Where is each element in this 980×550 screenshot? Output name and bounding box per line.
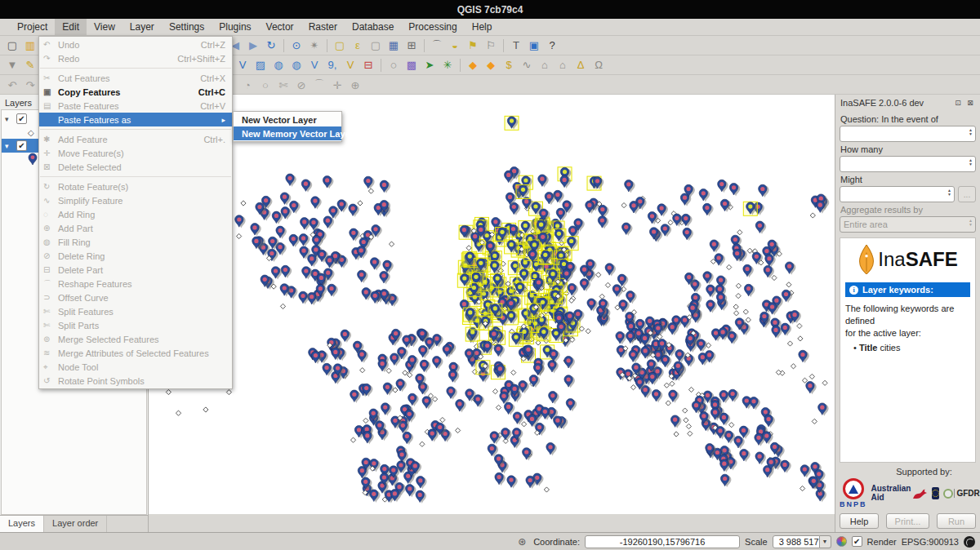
panel-tab-layers[interactable]: Layers (0, 516, 44, 532)
add-wms-layer-icon[interactable]: ◍ (288, 57, 305, 73)
edit-menu-item-add-part[interactable]: ⊕Add Part (39, 221, 232, 235)
edit-menu-item-delete-selected[interactable]: ⊠Delete Selected (39, 160, 232, 174)
ruler-icon[interactable]: Ω (590, 57, 607, 73)
layer-visibility-checkbox[interactable]: ✔ (16, 113, 27, 124)
new-project-icon[interactable]: ▢ (4, 38, 20, 54)
edit-menu-item-split-parts[interactable]: ✄Split Parts (39, 318, 232, 332)
map-tips-icon[interactable]: ◒ (447, 38, 463, 54)
menubar-item-project[interactable]: Project (10, 19, 55, 35)
menubar-item-vector[interactable]: Vector (259, 19, 301, 35)
crs-status-icon[interactable] (964, 536, 975, 548)
edit-menu-item-delete-part[interactable]: ⊟Delete Part (39, 263, 232, 277)
search-icon[interactable]: ◌ (385, 57, 402, 73)
menubar-item-settings[interactable]: Settings (162, 19, 212, 35)
undo-alt-icon[interactable]: ↶ (4, 77, 20, 93)
edit-menu-item-delete-ring[interactable]: ⊘Delete Ring (39, 249, 232, 263)
menubar-item-edit[interactable]: Edit (55, 19, 87, 35)
edit-menu-item-node-tool[interactable]: ⌖Node Tool (39, 360, 232, 374)
menubar-item-help[interactable]: Help (465, 19, 500, 35)
layer-visibility-checkbox[interactable]: ✔ (16, 140, 27, 151)
submenu-item-new-vector-layer[interactable]: New Vector Layer (234, 113, 341, 126)
epsg-status[interactable]: EPSG:900913 (902, 537, 959, 547)
bell-icon[interactable]: Δ (572, 57, 589, 73)
spring-icon[interactable]: ∿ (519, 57, 535, 73)
coordinate-input[interactable] (585, 535, 740, 548)
function-options-button[interactable]: ... (958, 186, 976, 202)
submenu-item-new-memory-vector-layer[interactable]: New Memory Vector Layer (234, 126, 341, 140)
identify-icon[interactable]: ⊙ (288, 38, 305, 54)
zoom-next-icon[interactable]: ▶ (245, 38, 261, 54)
edit-menu-item-copy-features[interactable]: ▣Copy FeaturesCtrl+C (39, 85, 232, 99)
render-checkbox[interactable]: ✔ (852, 536, 862, 547)
edit-menu-item-move-feature-s[interactable]: ✛Move Feature(s) (39, 146, 232, 160)
select-by-expression-icon[interactable]: ε (350, 38, 366, 54)
edit-menu-item-undo[interactable]: ↶UndoCtrl+Z (39, 38, 232, 51)
panel-tab-layer-order[interactable]: Layer order (44, 516, 107, 532)
edit-menu-item-offset-curve[interactable]: ⊃Offset Curve (39, 291, 232, 304)
select-features-icon[interactable]: ▢ (332, 38, 348, 54)
add-vector-layer-icon[interactable]: V (234, 57, 251, 73)
menubar-item-processing[interactable]: Processing (401, 19, 464, 35)
run-feature-action-icon[interactable]: ✴ (306, 38, 323, 54)
crosshair-tool-icon[interactable]: ✛ (329, 77, 345, 93)
split-tool-icon[interactable]: ✄ (275, 77, 292, 93)
current-edits-icon[interactable]: ▼ (4, 57, 20, 73)
inasafe-keywords-icon[interactable]: ◆ (483, 57, 499, 73)
style-manager-icon[interactable]: ▩ (403, 57, 420, 73)
attribute-table-icon[interactable]: ▦ (385, 38, 402, 54)
function-select[interactable]: ▲▼ (840, 186, 955, 202)
open-project-icon[interactable]: ▥ (22, 38, 38, 54)
remove-layer-icon[interactable]: ⊟ (360, 57, 376, 73)
new-bookmark-icon[interactable]: ⚑ (465, 38, 481, 54)
extents-icon[interactable]: ⊛ (515, 535, 528, 548)
circle-tool-icon[interactable]: ○ (257, 77, 274, 93)
edit-menu-item-fill-ring[interactable]: ◍Fill Ring (39, 235, 232, 249)
edit-menu-item-rotate-point-symbols[interactable]: ↺Rotate Point Symbols (39, 374, 232, 388)
arc-tool-icon[interactable]: ⌒ (311, 77, 327, 93)
bank-icon[interactable]: ⌂ (555, 57, 571, 73)
dock-close-icon[interactable]: ⊠ (965, 98, 975, 108)
edit-menu-item-merge-attributes-of-selected-features[interactable]: ≋Merge Attributes of Selected Features (39, 346, 232, 360)
plugin-manager-icon[interactable]: ✳ (439, 57, 456, 73)
menubar-item-layer[interactable]: Layer (122, 19, 162, 35)
refresh-icon[interactable]: ↻ (263, 38, 279, 54)
building-icon[interactable]: ⌂ (537, 57, 553, 73)
edit-menu-item-rotate-feature-s[interactable]: ↻Rotate Feature(s) (39, 180, 232, 193)
edit-menu-item-reshape-features[interactable]: ⌒Reshape Features (39, 277, 232, 291)
add-postgis-layer-icon[interactable]: ◍ (270, 57, 287, 73)
edit-menu-item-redo[interactable]: ↷RedoCtrl+Shift+Z (39, 51, 232, 65)
hazard-select[interactable]: ▲▼ (840, 126, 976, 142)
aggregate-select[interactable]: Entire area ▲▼ (840, 216, 976, 233)
collapse-arrow-icon[interactable]: ▾ (5, 115, 13, 123)
measure-icon[interactable]: ⌒ (429, 38, 445, 54)
show-bookmarks-icon[interactable]: ⚐ (483, 38, 499, 54)
menubar-item-raster[interactable]: Raster (301, 19, 345, 35)
toggle-editing-icon[interactable]: ✎ (22, 57, 38, 73)
rotate-tool-icon[interactable]: ◔ (239, 77, 256, 93)
edit-menu-item-paste-features-as[interactable]: Paste Features as▸ (39, 113, 232, 126)
collapse-arrow-icon[interactable]: ▾ (5, 142, 13, 150)
edit-menu-item-add-feature[interactable]: ✱Add FeatureCtrl+. (39, 132, 232, 146)
exposure-select[interactable]: ▲▼ (840, 156, 976, 172)
map-canvas[interactable] (149, 95, 835, 514)
processing-toolbox-icon[interactable]: ➤ (421, 57, 438, 73)
print-button[interactable]: Print... (886, 513, 930, 529)
coins-icon[interactable]: $ (501, 57, 517, 73)
menubar-item-view[interactable]: View (87, 19, 122, 35)
new-memory-layer-icon[interactable]: V (342, 57, 359, 73)
edit-menu-item-simplify-feature[interactable]: ∿Simplify Feature (39, 193, 232, 207)
add-delimited-text-icon[interactable]: 9, (324, 57, 341, 73)
python-console-icon[interactable]: ▣ (526, 38, 542, 54)
dock-float-icon[interactable]: ⊡ (953, 98, 963, 108)
scale-input[interactable] (773, 535, 820, 548)
help-button[interactable]: Help (840, 513, 879, 529)
menubar-item-plugins[interactable]: Plugins (212, 19, 258, 35)
inasafe-dock-icon[interactable]: ◆ (465, 57, 481, 73)
run-button[interactable]: Run (937, 513, 976, 529)
deselect-features-icon[interactable]: ▢ (368, 38, 384, 54)
whats-this-icon[interactable]: ? (544, 38, 560, 54)
field-calculator-icon[interactable]: ⊞ (403, 38, 420, 54)
menubar-item-database[interactable]: Database (345, 19, 401, 35)
edit-menu-item-cut-features[interactable]: ✂Cut FeaturesCtrl+X (39, 71, 232, 85)
disable-tool-icon[interactable]: ⊘ (293, 77, 310, 93)
